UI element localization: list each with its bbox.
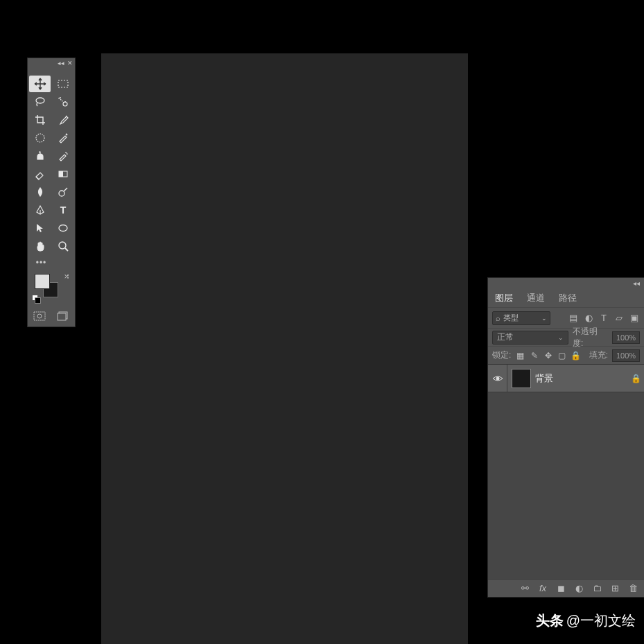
move-tool[interactable] bbox=[29, 76, 51, 92]
tool-grid: T bbox=[28, 74, 75, 256]
quick-mask-button[interactable] bbox=[32, 310, 47, 322]
lock-label: 锁定: bbox=[492, 349, 511, 361]
link-layers-icon[interactable]: ⚯ bbox=[519, 583, 530, 593]
pen-tool[interactable] bbox=[29, 202, 51, 218]
canvas[interactable] bbox=[101, 53, 468, 644]
tab-channels[interactable]: 通道 bbox=[520, 288, 552, 307]
collapse-icon[interactable]: ◂◂ bbox=[58, 60, 64, 67]
layer-list: 背景 🔒 bbox=[488, 364, 644, 579]
adjustment-layer-icon[interactable]: ◐ bbox=[573, 583, 584, 593]
filter-shape-icon[interactable]: ▱ bbox=[613, 313, 625, 323]
lock-image-icon[interactable]: ✎ bbox=[529, 351, 539, 360]
screen-mode-button[interactable] bbox=[55, 310, 71, 322]
fill-input[interactable]: 100% bbox=[612, 349, 640, 362]
delete-layer-icon[interactable]: 🗑 bbox=[627, 583, 638, 593]
filter-image-icon[interactable]: ▤ bbox=[568, 313, 579, 323]
filter-type-icon[interactable]: T bbox=[598, 313, 609, 323]
hand-tool[interactable] bbox=[29, 238, 51, 254]
svg-point-14 bbox=[496, 376, 499, 380]
dodge-tool[interactable] bbox=[52, 184, 73, 200]
swap-colors-icon[interactable]: ⤭ bbox=[64, 272, 69, 280]
path-select-tool[interactable] bbox=[29, 220, 51, 236]
zoom-tool[interactable] bbox=[52, 238, 73, 254]
chevron-down-icon: ⌄ bbox=[541, 315, 547, 322]
lock-all-icon[interactable]: 🔒 bbox=[571, 351, 581, 360]
svg-point-9 bbox=[59, 242, 66, 249]
layer-group-icon[interactable]: 🗀 bbox=[591, 583, 602, 593]
opacity-label: 不透明度: bbox=[573, 326, 608, 349]
layers-footer: ⚯ fx ◼ ◐ 🗀 ⊞ 🗑 bbox=[488, 579, 644, 597]
svg-rect-10 bbox=[34, 312, 45, 320]
blend-row: 正常 ⌄ 不透明度: 100% bbox=[488, 328, 644, 346]
edit-toolbar-button[interactable]: ••• bbox=[31, 256, 52, 270]
blur-tool[interactable] bbox=[29, 184, 51, 200]
eraser-tool[interactable] bbox=[29, 166, 51, 182]
shape-tool[interactable] bbox=[52, 220, 73, 236]
lock-artboard-icon[interactable]: ▢ bbox=[557, 351, 567, 360]
search-icon: ⌕ bbox=[496, 314, 501, 322]
watermark-logo: 头条 bbox=[536, 611, 564, 630]
lock-position-icon[interactable]: ✥ bbox=[543, 351, 553, 360]
lasso-tool[interactable] bbox=[29, 94, 51, 110]
tools-label bbox=[28, 67, 75, 74]
chevron-down-icon: ⌄ bbox=[558, 334, 564, 341]
tools-footer bbox=[28, 307, 75, 327]
crop-tool[interactable] bbox=[29, 112, 51, 128]
visibility-toggle[interactable] bbox=[488, 365, 507, 392]
gradient-tool[interactable] bbox=[52, 166, 73, 182]
clone-stamp-tool[interactable] bbox=[29, 148, 51, 164]
layer-row[interactable]: 背景 🔒 bbox=[488, 365, 644, 392]
svg-point-11 bbox=[37, 314, 42, 318]
svg-point-3 bbox=[36, 134, 44, 142]
panel-tabs: 图层 通道 路径 bbox=[488, 288, 644, 307]
lock-icon[interactable]: 🔒 bbox=[627, 374, 644, 383]
marquee-tool[interactable] bbox=[52, 76, 73, 92]
type-tool[interactable]: T bbox=[52, 202, 73, 218]
tab-paths[interactable]: 路径 bbox=[552, 288, 584, 307]
tools-panel-header: ◂◂ ✕ bbox=[28, 58, 75, 67]
lock-row: 锁定: ▦ ✎ ✥ ▢ 🔒 填充: 100% bbox=[488, 346, 644, 364]
layer-name[interactable]: 背景 bbox=[535, 372, 627, 385]
layer-filter-row: ⌕ 类型 ⌄ ▤ ◐ T ▱ ▣ bbox=[488, 307, 644, 328]
layer-thumbnail[interactable] bbox=[512, 369, 531, 388]
quick-select-tool[interactable] bbox=[52, 94, 73, 110]
tab-layers[interactable]: 图层 bbox=[488, 288, 520, 307]
svg-point-6 bbox=[59, 191, 64, 196]
watermark-text: @一初文绘 bbox=[566, 611, 636, 630]
tools-panel: ◂◂ ✕ bbox=[27, 58, 76, 327]
filter-smart-icon[interactable]: ▣ bbox=[629, 313, 640, 323]
collapse-icon[interactable]: ◂◂ bbox=[633, 279, 640, 287]
svg-rect-5 bbox=[59, 171, 63, 177]
svg-point-8 bbox=[59, 225, 67, 232]
layer-style-icon[interactable]: fx bbox=[537, 583, 548, 593]
layers-panel-header: ◂◂ bbox=[488, 278, 644, 288]
blend-mode-value: 正常 bbox=[497, 331, 514, 343]
fill-label: 填充: bbox=[589, 349, 608, 361]
default-colors-icon[interactable] bbox=[32, 295, 40, 303]
layer-mask-icon[interactable]: ◼ bbox=[555, 583, 566, 593]
watermark: 头条 @一初文绘 bbox=[536, 611, 636, 630]
frame-tool[interactable] bbox=[29, 130, 51, 146]
opacity-input[interactable]: 100% bbox=[612, 331, 640, 344]
layer-filter-dropdown[interactable]: ⌕ 类型 ⌄ bbox=[492, 311, 550, 325]
new-layer-icon[interactable]: ⊞ bbox=[609, 583, 620, 593]
blend-mode-dropdown[interactable]: 正常 ⌄ bbox=[492, 331, 568, 345]
foreground-color-swatch[interactable] bbox=[35, 274, 50, 289]
healing-brush-tool[interactable] bbox=[52, 130, 73, 146]
svg-rect-13 bbox=[58, 313, 66, 320]
filter-adjust-icon[interactable]: ◐ bbox=[583, 313, 594, 323]
history-brush-tool[interactable] bbox=[52, 148, 73, 164]
svg-text:T: T bbox=[60, 204, 66, 216]
color-swatches: ⤭ bbox=[31, 271, 72, 304]
lock-transparency-icon[interactable]: ▦ bbox=[515, 351, 525, 360]
svg-point-1 bbox=[36, 98, 44, 103]
close-icon[interactable]: ✕ bbox=[67, 60, 73, 67]
layers-panel: ◂◂ 图层 通道 路径 ⌕ 类型 ⌄ ▤ ◐ T ▱ ▣ 正常 ⌄ 不透明度: … bbox=[487, 277, 644, 598]
filter-label: 类型 bbox=[503, 313, 519, 323]
eyedropper-tool[interactable] bbox=[52, 112, 73, 128]
svg-rect-0 bbox=[58, 80, 68, 87]
